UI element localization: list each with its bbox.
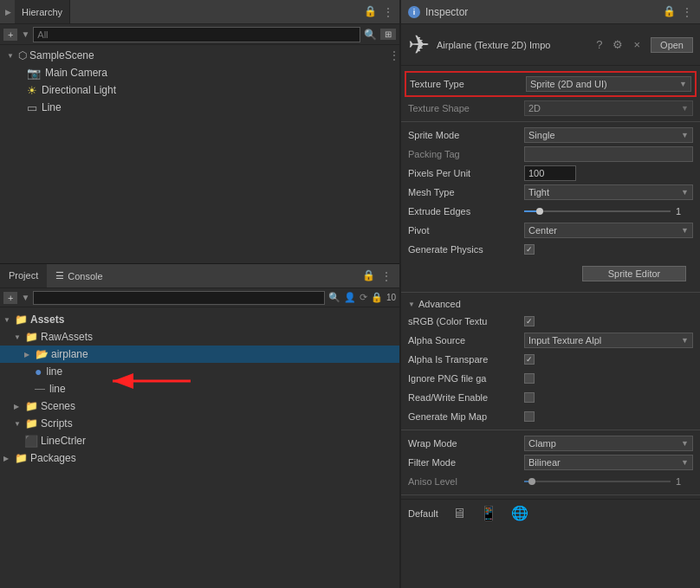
inspector-header: i Inspector 🔒 ⋮	[401, 0, 700, 24]
packages-folder[interactable]: 📁 Packages	[0, 449, 399, 467]
hierarchy-light-item[interactable]: ☀ Directional Light	[0, 81, 399, 99]
mesh-type-label: Mesh Type	[408, 187, 521, 197]
web-platform-icon[interactable]: 🌐	[511, 505, 528, 521]
rawassets-folder-icon: 📁	[25, 331, 38, 343]
hierarchy-title: Hierarchy	[22, 7, 62, 17]
line-asset-label: line	[46, 365, 62, 378]
texture-shape-dropdown[interactable]: 2D ▼	[524, 100, 693, 116]
scene-more-icon[interactable]: ⋮	[389, 49, 399, 61]
texture-type-value: Sprite (2D and UI)	[530, 79, 607, 89]
android-platform-icon[interactable]: 📱	[480, 505, 497, 521]
project-refresh-icon[interactable]: ⟳	[360, 292, 367, 303]
inspector-settings-icon[interactable]: ⚙	[612, 38, 623, 51]
generate-physics-checkbox[interactable]	[524, 244, 535, 255]
texture-shape-label: Texture Shape	[408, 103, 521, 113]
generate-mip-row: Generate Mip Map	[401, 407, 700, 426]
hierarchy-add-button[interactable]: +	[3, 29, 17, 41]
texture-type-row: Texture Type Sprite (2D and UI) ▼	[405, 71, 697, 97]
project-more-icon[interactable]: ⋮	[380, 269, 392, 283]
inspector-close-icon[interactable]: ×	[633, 38, 640, 51]
srgb-checkbox[interactable]	[524, 316, 535, 326]
sprite-mode-value: Single	[528, 130, 555, 140]
inspector-question-icon[interactable]: ?	[596, 38, 602, 51]
project-search-input[interactable]	[33, 291, 325, 305]
default-label: Default	[408, 508, 438, 519]
scene-expand-arrow	[7, 51, 16, 60]
airplane-folder[interactable]: 📂 airplane	[0, 346, 399, 363]
scenes-label: Scenes	[41, 400, 75, 412]
alpha-transparent-checkbox[interactable]	[524, 354, 535, 365]
mesh-type-value: Tight	[528, 187, 549, 197]
linectrler-script[interactable]: ⬛ LineCtrler	[0, 432, 399, 449]
inspector-lock-icon[interactable]: 🔒	[663, 5, 676, 19]
inspector-title: Inspector	[425, 6, 468, 18]
read-write-checkbox[interactable]	[524, 392, 535, 403]
console-tab[interactable]: ☰ Console	[47, 264, 111, 288]
alpha-transparent-label: Alpha Is Transpare	[408, 354, 521, 365]
asset-header: ✈ Airplane (Texture 2D) Impo ? ⚙ × Open	[401, 24, 700, 66]
mesh-type-dropdown[interactable]: Tight ▼	[524, 184, 693, 200]
assets-folder[interactable]: 📁 Assets	[0, 311, 399, 328]
airplane-asset-icon: ✈	[408, 29, 430, 60]
line-asset-item[interactable]: ● line	[0, 363, 399, 380]
rawassets-folder[interactable]: 📁 RawAssets	[0, 328, 399, 346]
pivot-label: Pivot	[408, 225, 521, 236]
hierarchy-scene-item[interactable]: ⬡ SampleScene ⋮	[0, 47, 399, 64]
hierarchy-dropdown-arrow[interactable]: ▼	[21, 29, 29, 39]
project-lock-icon[interactable]: 🔒	[362, 269, 375, 283]
project-tab[interactable]: Project	[0, 264, 47, 288]
console-tab-label: Console	[68, 271, 102, 281]
inspector-info-icon: i	[408, 6, 420, 18]
alpha-transparent-row: Alpha Is Transpare	[401, 350, 700, 369]
alpha-source-row: Alpha Source Input Texture Alpl ▼	[401, 331, 700, 350]
aniso-level-value: 1	[676, 476, 693, 487]
inspector-more-icon[interactable]: ⋮	[681, 5, 693, 19]
advanced-section-header[interactable]: Advanced	[401, 296, 700, 312]
project-add-button[interactable]: +	[3, 292, 17, 304]
pixels-per-unit-input[interactable]	[524, 165, 576, 181]
texture-type-dropdown[interactable]: Sprite (2D and UI) ▼	[526, 76, 691, 92]
scripts-folder[interactable]: 📁 Scripts	[0, 415, 399, 432]
divider-4	[401, 494, 700, 495]
hierarchy-search-input[interactable]	[33, 27, 360, 42]
ignore-png-checkbox[interactable]	[524, 373, 535, 384]
hierarchy-lock-icon[interactable]: 🔒	[364, 5, 377, 19]
scenes-folder[interactable]: 📁 Scenes	[0, 397, 399, 415]
pivot-row: Pivot Center ▼	[401, 221, 700, 240]
project-dropdown-arrow[interactable]: ▼	[21, 293, 29, 302]
hierarchy-scene-view-icon[interactable]: ⊞	[380, 29, 396, 40]
desktop-platform-icon[interactable]: 🖥	[452, 506, 466, 521]
aniso-level-slider[interactable]: 1	[524, 476, 693, 487]
open-button[interactable]: Open	[651, 37, 693, 53]
generate-mip-checkbox[interactable]	[524, 411, 535, 422]
packages-label: Packages	[30, 452, 76, 464]
wrap-mode-arrow: ▼	[681, 439, 689, 448]
extrude-edges-row: Extrude Edges 1	[401, 202, 700, 221]
alpha-source-dropdown[interactable]: Input Texture Alpl ▼	[524, 333, 693, 348]
project-collab-icon[interactable]: 👤	[344, 292, 356, 303]
srgb-row: sRGB (Color Textu	[401, 312, 700, 331]
hierarchy-tab[interactable]: Hierarchy	[15, 0, 70, 23]
linectrler-label: LineCtrler	[41, 435, 86, 447]
sprite-mode-dropdown[interactable]: Single ▼	[524, 127, 693, 143]
extrude-edges-slider[interactable]: 1	[524, 206, 693, 216]
filter-mode-value: Bilinear	[528, 457, 561, 468]
assets-folder-icon: 📁	[15, 313, 28, 326]
camera-icon: 📷	[27, 67, 41, 80]
hierarchy-more-icon[interactable]: ⋮	[382, 5, 394, 19]
line-dash-item[interactable]: — line	[0, 380, 399, 397]
filter-mode-label: Filter Mode	[408, 457, 521, 468]
hierarchy-camera-item[interactable]: 📷 Main Camera	[0, 64, 399, 81]
wrap-mode-dropdown[interactable]: Clamp ▼	[524, 436, 693, 451]
pivot-dropdown[interactable]: Center ▼	[524, 223, 693, 238]
filter-mode-dropdown[interactable]: Bilinear ▼	[524, 455, 693, 470]
hierarchy-line-item[interactable]: ▭ Line	[0, 99, 399, 116]
sprite-editor-button[interactable]: Sprite Editor	[582, 266, 686, 281]
aniso-level-label: Aniso Level	[408, 476, 521, 487]
hierarchy-header: ▶ Hierarchy 🔒 ⋮	[0, 0, 399, 24]
packing-tag-label: Packing Tag	[408, 149, 521, 159]
airplane-expand-arrow	[24, 351, 33, 359]
packing-tag-input[interactable]	[524, 146, 693, 162]
alpha-source-label: Alpha Source	[408, 335, 521, 346]
pixels-per-unit-label: Pixels Per Unit	[408, 168, 521, 178]
